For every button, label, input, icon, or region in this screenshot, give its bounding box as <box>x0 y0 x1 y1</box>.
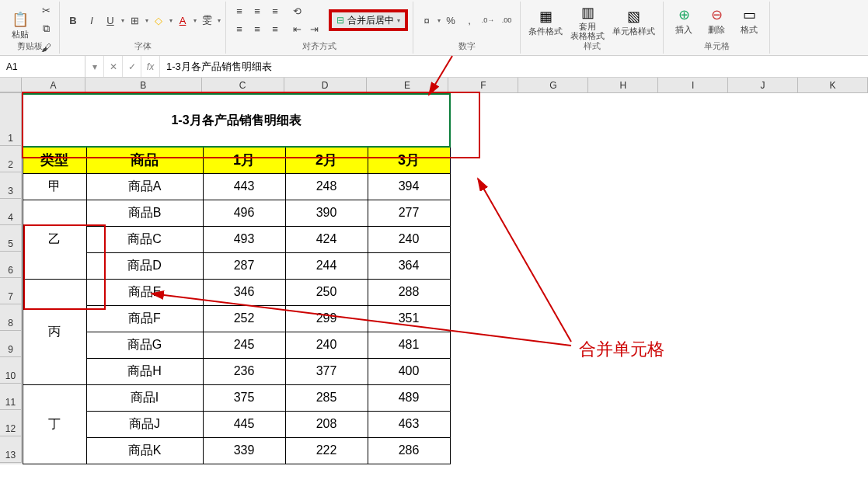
merge-center-button[interactable]: ⊟ 合并后居中 ▾ <box>330 11 406 30</box>
type-cell[interactable]: 丁 <box>23 384 86 464</box>
value-cell[interactable]: 240 <box>368 226 450 252</box>
col-header-B[interactable]: B <box>85 78 202 92</box>
value-cell[interactable]: 390 <box>285 200 368 226</box>
value-cell[interactable]: 394 <box>368 173 450 200</box>
row-header-6[interactable]: 6 <box>0 252 22 278</box>
value-cell[interactable]: 351 <box>368 305 450 332</box>
value-cell[interactable]: 424 <box>285 226 368 252</box>
phonetic-button[interactable]: 雯 <box>198 12 215 29</box>
row-header-11[interactable]: 11 <box>0 384 22 410</box>
value-cell[interactable]: 240 <box>285 332 368 358</box>
currency-button[interactable]: ¤ <box>418 12 435 29</box>
product-cell[interactable]: 商品H <box>86 358 203 384</box>
header-product[interactable]: 商品 <box>86 147 203 173</box>
value-cell[interactable]: 445 <box>203 411 285 437</box>
col-header-A[interactable]: A <box>22 78 85 92</box>
insert-cell-button[interactable]: ⊕ 插入 <box>668 4 699 37</box>
table-format-button[interactable]: ▥ 套用 表格格式 <box>567 2 608 42</box>
header-type[interactable]: 类型 <box>23 147 86 173</box>
name-box-dropdown[interactable]: ▾ <box>85 56 104 77</box>
value-cell[interactable]: 286 <box>368 437 450 464</box>
name-box[interactable]: A1 <box>0 56 85 77</box>
type-cell[interactable]: 乙 <box>23 200 86 279</box>
value-cell[interactable]: 245 <box>203 332 285 358</box>
col-header-I[interactable]: I <box>658 78 728 92</box>
value-cell[interactable]: 277 <box>368 200 450 226</box>
value-cell[interactable]: 443 <box>203 173 285 200</box>
value-cell[interactable]: 375 <box>203 384 285 411</box>
decrease-indent-button[interactable]: ⇤ <box>288 21 305 38</box>
cells-area[interactable]: 1-3月各产品销售明细表 类型 商品 1月 2月 3月 甲 商品A 443 24… <box>22 93 451 464</box>
product-cell[interactable]: 商品F <box>86 305 203 332</box>
value-cell[interactable]: 481 <box>368 332 450 358</box>
value-cell[interactable]: 250 <box>285 279 368 305</box>
value-cell[interactable]: 252 <box>203 305 285 332</box>
align-bottom-button[interactable]: ≡ <box>267 3 284 20</box>
row-header-13[interactable]: 13 <box>0 436 22 463</box>
row-header-7[interactable]: 7 <box>0 278 22 304</box>
copy-button[interactable]: ⧉ <box>37 20 54 37</box>
row-header-5[interactable]: 5 <box>0 225 22 252</box>
product-cell[interactable]: 商品J <box>86 411 203 437</box>
value-cell[interactable]: 222 <box>285 437 368 464</box>
product-cell[interactable]: 商品E <box>86 279 203 305</box>
accept-formula-button[interactable]: ✓ <box>123 56 141 77</box>
value-cell[interactable]: 287 <box>203 252 285 279</box>
fx-button[interactable]: fx <box>141 56 160 77</box>
row-header-4[interactable]: 4 <box>0 199 22 225</box>
row-header-8[interactable]: 8 <box>0 304 22 331</box>
value-cell[interactable]: 364 <box>368 252 450 279</box>
value-cell[interactable]: 248 <box>285 173 368 200</box>
col-header-E[interactable]: E <box>367 78 449 92</box>
cut-button[interactable]: ✂ <box>37 2 54 19</box>
col-header-F[interactable]: F <box>448 78 518 92</box>
row-header-3[interactable]: 3 <box>0 172 22 199</box>
increase-decimal-button[interactable]: .0→ <box>479 12 497 29</box>
value-cell[interactable]: 346 <box>203 279 285 305</box>
col-header-J[interactable]: J <box>728 78 798 92</box>
value-cell[interactable]: 496 <box>203 200 285 226</box>
value-cell[interactable]: 493 <box>203 226 285 252</box>
product-cell[interactable]: 商品G <box>86 332 203 358</box>
col-header-H[interactable]: H <box>588 78 658 92</box>
header-m2[interactable]: 2月 <box>285 147 368 173</box>
italic-button[interactable]: I <box>83 12 100 29</box>
row-header-1[interactable]: 1 <box>0 93 22 146</box>
bold-button[interactable]: B <box>64 12 82 29</box>
border-button[interactable]: ⊞ <box>126 12 143 29</box>
value-cell[interactable]: 400 <box>368 358 450 384</box>
col-header-D[interactable]: D <box>284 78 367 92</box>
align-left-button[interactable]: ≡ <box>231 21 248 38</box>
value-cell[interactable]: 489 <box>368 384 450 411</box>
col-header-C[interactable]: C <box>202 78 284 92</box>
decrease-decimal-button[interactable]: .00 <box>498 12 515 29</box>
product-cell[interactable]: 商品A <box>86 173 203 200</box>
type-cell[interactable]: 丙 <box>23 279 86 384</box>
product-cell[interactable]: 商品D <box>86 252 203 279</box>
value-cell[interactable]: 299 <box>285 305 368 332</box>
value-cell[interactable]: 208 <box>285 411 368 437</box>
product-cell[interactable]: 商品I <box>86 384 203 411</box>
font-color-button[interactable]: A <box>174 12 191 29</box>
underline-button[interactable]: U <box>102 12 119 29</box>
type-cell[interactable]: 甲 <box>23 173 86 200</box>
conditional-format-button[interactable]: ▦ 条件格式 <box>525 5 566 39</box>
align-center-button[interactable]: ≡ <box>249 21 266 38</box>
value-cell[interactable]: 236 <box>203 358 285 384</box>
value-cell[interactable]: 377 <box>285 358 368 384</box>
format-cell-button[interactable]: ▭ 格式 <box>734 4 765 37</box>
row-header-12[interactable]: 12 <box>0 410 22 436</box>
select-all-corner[interactable] <box>0 78 22 92</box>
col-header-K[interactable]: K <box>798 78 868 92</box>
formula-input[interactable]: 1-3月各产品销售明细表 <box>160 56 868 77</box>
delete-cell-button[interactable]: ⊖ 删除 <box>701 4 732 37</box>
value-cell[interactable]: 463 <box>368 411 450 437</box>
value-cell[interactable]: 244 <box>285 252 368 279</box>
cancel-formula-button[interactable]: ✕ <box>104 56 123 77</box>
fill-color-button[interactable]: ◇ <box>150 12 167 29</box>
product-cell[interactable]: 商品K <box>86 437 203 464</box>
product-cell[interactable]: 商品C <box>86 226 203 252</box>
increase-indent-button[interactable]: ⇥ <box>305 21 322 38</box>
align-middle-button[interactable]: ≡ <box>249 3 266 20</box>
row-header-2[interactable]: 2 <box>0 146 22 172</box>
